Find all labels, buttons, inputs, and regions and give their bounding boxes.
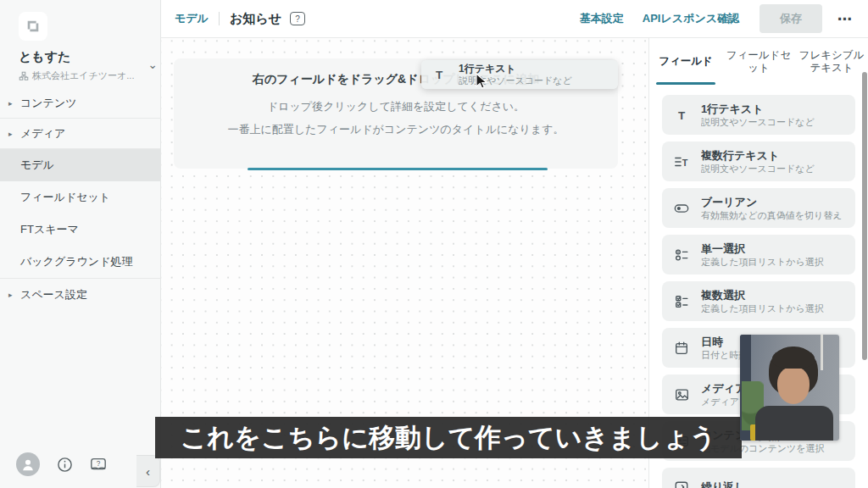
single-text-icon: T	[672, 107, 691, 124]
organization-name: 株式会社エイチツーオ...	[32, 69, 134, 82]
sidebar-item-label: バックグラウンド処理	[20, 254, 132, 269]
chevron-down-icon: ⌄	[147, 58, 158, 71]
workspace-name: ともすた	[19, 49, 146, 65]
tab-0[interactable]: フィールド	[649, 38, 722, 85]
caret-right-icon: ▸	[8, 99, 20, 108]
date-icon	[672, 340, 691, 357]
breadcrumb-models-link[interactable]: モデル	[175, 11, 209, 26]
field-type-title: 複数行テキスト	[701, 149, 815, 162]
field-type-item-0[interactable]: T1行テキスト説明文やソースコードなど	[662, 95, 855, 135]
svg-text:T: T	[678, 108, 686, 121]
api-response-check-link[interactable]: APIレスポンス確認	[643, 11, 739, 26]
info-icon[interactable]	[57, 457, 73, 473]
sidebar-item-4[interactable]: FTスキーマ	[0, 214, 160, 246]
webcam-person-fringe	[772, 348, 815, 369]
field-type-title: 1行テキスト	[701, 103, 815, 115]
organization-icon	[19, 71, 29, 81]
sidebar-item-1[interactable]: ▸メディア	[0, 119, 160, 148]
basic-settings-link[interactable]: 基本設定	[580, 11, 624, 26]
repeat-icon	[672, 480, 691, 488]
svg-text:T: T	[436, 69, 443, 81]
caret-right-icon: ▸	[8, 130, 20, 138]
dropzone-hint-2: 一番上に配置したフィールドがコンテンツのタイトルになります。	[174, 122, 618, 137]
mouse-cursor-icon	[475, 73, 489, 93]
field-type-item-8[interactable]: 繰り返し	[662, 468, 855, 488]
field-type-item-1[interactable]: T複数行テキスト説明文やソースコードなど	[662, 141, 855, 181]
media-icon	[672, 386, 691, 403]
caret-right-icon: ▸	[8, 291, 20, 299]
workspace-selector[interactable]: ともすた 株式会社エイチツーオ... ⌄	[19, 49, 146, 82]
field-type-desc: 定義した項目リストから選択	[701, 257, 824, 268]
sidebar-item-0[interactable]: ▸コンテンツ	[0, 88, 160, 118]
tab-1[interactable]: フィールドセット	[722, 38, 795, 85]
dropzone-hint-1: ドロップ後クリックして詳細を設定してください。	[174, 99, 618, 114]
title-help-icon[interactable]: ?	[290, 12, 305, 25]
tab-label: フィールドセット	[726, 49, 792, 75]
sidebar-item-6[interactable]: ▸スペース設定	[0, 279, 160, 311]
field-type-desc: 説明文やソースコードなど	[701, 164, 815, 175]
field-type-desc: 説明文やソースコードなど	[701, 117, 815, 128]
svg-text:?: ?	[97, 460, 101, 468]
webcam-doorframe	[821, 335, 823, 370]
sidebar-item-label: フィールドセット	[20, 190, 110, 205]
webcam-overlay	[740, 335, 839, 441]
microcms-logo-icon[interactable]	[19, 12, 47, 41]
field-type-desc: 有効無効などの真偽値を切り替え	[701, 210, 843, 221]
field-type-title: 単一選択	[701, 242, 824, 255]
sidebar-item-3[interactable]: フィールドセット	[0, 181, 160, 214]
sidebar: ともすた 株式会社エイチツーオ... ⌄ ▸コンテンツ▸メディアモデルフィールド…	[0, 0, 161, 488]
field-type-title: ブーリアン	[701, 196, 843, 208]
field-type-item-4[interactable]: 複数選択定義した項目リストから選択	[662, 281, 855, 321]
tab-label: フィールド	[659, 55, 713, 68]
palette-tabs: フィールドフィールドセットフレキシブルテキスト	[649, 38, 868, 85]
person-icon	[20, 457, 36, 472]
breadcrumb-divider	[219, 12, 220, 25]
tab-label: フレキシブルテキスト	[798, 49, 865, 75]
multi-text-icon: T	[672, 153, 691, 170]
multi-select-icon	[672, 293, 691, 310]
sidebar-item-label: モデル	[20, 158, 54, 173]
field-type-title: 繰り返し	[701, 480, 746, 488]
boolean-toggle-icon	[672, 200, 691, 217]
single-text-icon: T	[430, 66, 448, 83]
sidebar-item-label: メディア	[20, 126, 65, 141]
logo-glyph-icon	[25, 19, 41, 34]
sidebar-item-label: スペース設定	[20, 287, 87, 302]
sidebar-item-5[interactable]: バックグラウンド処理	[0, 246, 160, 278]
single-select-icon	[672, 247, 691, 263]
top-bar: モデル お知らせ ? 基本設定 APIレスポンス確認 保存 ⋯	[161, 0, 868, 38]
drop-position-indicator	[248, 168, 548, 170]
user-avatar[interactable]	[16, 452, 40, 476]
chevron-left-icon: ‹	[146, 464, 150, 479]
subtitle-caption: これをこちらに移動して作っていきましょう	[155, 417, 742, 458]
more-menu-icon[interactable]: ⋯	[837, 10, 853, 28]
webcam-person-body	[755, 406, 833, 441]
sidebar-item-label: FTスキーマ	[20, 222, 79, 237]
field-type-item-3[interactable]: 単一選択定義した項目リストから選択	[662, 235, 855, 274]
dragging-field-card[interactable]: T 1行テキスト 説明文やソースコードなど	[421, 60, 618, 89]
help-book-icon[interactable]: ?	[90, 458, 107, 472]
save-button[interactable]: 保存	[760, 4, 822, 33]
sidebar-item-2[interactable]: モデル	[0, 149, 160, 181]
tab-2[interactable]: フレキシブルテキスト	[795, 38, 868, 85]
field-type-title: 複数選択	[701, 289, 824, 302]
sidebar-nav: ▸コンテンツ▸メディアモデルフィールドセットFTスキーマバックグラウンド処理▸ス…	[0, 88, 160, 311]
field-type-item-2[interactable]: ブーリアン有効無効などの真偽値を切り替え	[662, 188, 855, 228]
sidebar-item-label: コンテンツ	[20, 96, 77, 111]
page-title: お知らせ	[230, 11, 281, 27]
sidebar-collapse-button[interactable]: ‹	[136, 455, 160, 487]
svg-text:T: T	[682, 158, 688, 168]
panel-scrollbar[interactable]	[862, 72, 867, 360]
field-type-desc: 定義した項目リストから選択	[701, 303, 824, 314]
webcam-person-face	[777, 367, 810, 404]
